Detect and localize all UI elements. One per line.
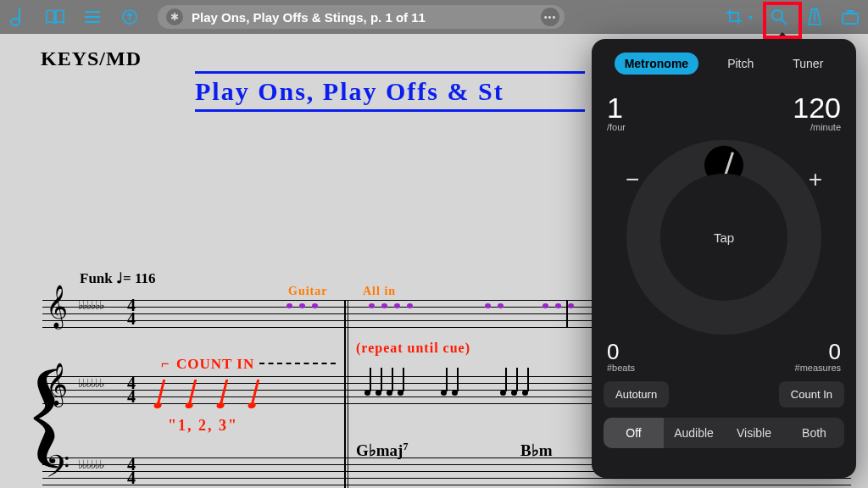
tab-tuner[interactable]: Tuner [782,53,833,75]
piano-notes-1 [364,390,403,396]
tempo-dial[interactable]: − + Tap [602,136,846,339]
tab-pitch[interactable]: Pitch [717,53,764,75]
time-sig-2: 44 [127,376,136,403]
beats-per-bar-value: 1 [607,93,626,122]
guitar-notes-1 [287,303,318,308]
svg-point-6 [772,10,782,20]
beat-count-value: 0 [607,341,635,363]
count-in-notes [159,380,256,408]
title-pill[interactable]: ✱ Play Ons, Play Offs & Stings, p. 1 of … [158,5,565,29]
score-title: Play Ons, Play Offs & St [195,71,585,112]
mode-segmented-control: Off Audible Visible Both [604,418,844,448]
barline [344,300,346,488]
beat-count-label: #beats [607,363,635,373]
treble-clef-2: 𝄞 [46,363,68,406]
count-in-dashes [259,363,336,364]
metronome-panel: Metronome Pitch Tuner 1 /four 120 /minut… [592,39,856,478]
tempo-decrease-button[interactable]: − [626,166,639,193]
key-sig-2: ♭♭♭♭♭♭ [78,376,103,391]
measure-count-value: 0 [795,341,841,363]
guitar-notes-2 [369,303,413,308]
mode-audible[interactable]: Audible [664,418,724,448]
chevron-down-icon[interactable]: ▾ [748,13,753,22]
mode-both[interactable]: Both [784,418,844,448]
key-sig-3: ♭♭♭♭♭♭ [78,458,103,472]
key-sig-1: ♭♭♭♭♭♭ [78,298,103,313]
measure-count-label: #measures [795,363,841,373]
search-icon[interactable] [770,8,788,26]
tap-tempo-button[interactable]: Tap [660,174,787,301]
more-icon[interactable]: ••• [541,8,559,26]
top-toolbar: ✱ Play Ons, Play Offs & Stings, p. 1 of … [0,0,868,34]
cue-allin: All in [363,285,396,298]
crop-icon[interactable] [725,8,743,26]
piano-notes-2 [441,390,458,396]
document-title: Play Ons, Play Offs & Stings, p. 1 of 11 [192,10,532,25]
metronome-icon[interactable] [805,8,824,26]
count-in-numbers: "1, 2, 3" [168,417,238,435]
panel-pointer [775,32,790,40]
tempo-marking: Funk ♩= 116 [80,269,156,287]
svg-rect-9 [843,14,858,24]
panel-tabs: Metronome Pitch Tuner [602,49,846,78]
tab-metronome[interactable]: Metronome [615,53,698,75]
upload-icon[interactable] [120,8,139,26]
part-label: KEYS/MD [41,47,142,70]
mode-visible[interactable]: Visible [724,418,784,448]
piano-notes-3 [500,390,528,396]
cue-guitar: Guitar [288,285,327,298]
bass-clef: 𝄢 [46,449,70,488]
barline-thin [348,300,348,488]
count-in-label: COUNT IN [176,356,254,373]
gear-icon[interactable]: ✱ [166,8,183,25]
count-in-button[interactable]: Count In [779,381,844,408]
treble-clef-1: 𝄞 [46,285,68,328]
repeat-cue: (repeat until cue) [356,341,470,356]
bpm-value: 120 [793,93,841,122]
mode-off[interactable]: Off [604,418,664,448]
time-sig-1: 44 [127,298,136,325]
svg-point-0 [11,19,19,25]
note-icon[interactable] [8,8,27,26]
autoturn-button[interactable]: Autoturn [604,381,669,408]
svg-line-7 [782,19,787,25]
beats-per-bar-label: /four [607,122,626,132]
briefcase-icon[interactable] [841,8,860,26]
time-sig-3: 44 [127,458,136,485]
guitar-notes-4 [542,303,574,308]
tempo-increase-button[interactable]: + [809,166,822,193]
menu-icon[interactable] [83,8,102,26]
guitar-notes-3 [485,303,504,308]
library-icon[interactable] [46,8,64,26]
